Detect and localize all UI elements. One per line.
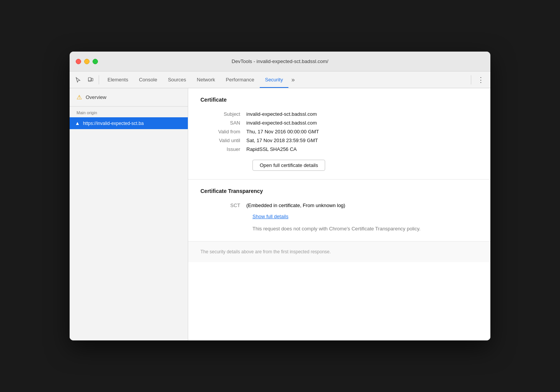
origin-url: https://invalid-expected-sct.ba	[83, 121, 144, 126]
certificate-section: Certificate Subject invalid-expected-sct…	[188, 88, 490, 180]
toolbar-end: ⋮	[469, 75, 487, 84]
field-value-issuer: RapidSSL SHA256 CA	[246, 145, 478, 154]
device-icon-button[interactable]	[85, 75, 96, 85]
field-value-subject: invalid-expected-sct.badssl.com	[246, 110, 478, 118]
certificate-table: Subject invalid-expected-sct.badssl.com …	[200, 110, 478, 154]
traffic-lights	[76, 59, 98, 64]
table-row: Issuer RapidSSL SHA256 CA	[200, 145, 478, 154]
origin-item[interactable]: ▲ https://invalid-expected-sct.ba	[70, 117, 188, 129]
table-row: Valid from Thu, 17 Nov 2016 00:00:00 GMT	[200, 127, 478, 136]
field-label-san: SAN	[200, 118, 246, 127]
window-title: DevTools - invalid-expected-sct.badssl.c…	[232, 58, 329, 64]
more-options-button[interactable]: ⋮	[474, 76, 487, 84]
main-origin-label: Main origin	[70, 107, 188, 117]
tab-sources[interactable]: Sources	[163, 71, 192, 88]
field-label-valid-from: Valid from	[200, 127, 246, 136]
table-row: Valid until Sat, 17 Nov 2018 23:59:59 GM…	[200, 136, 478, 145]
cursor-icon	[75, 77, 81, 83]
transparency-note: This request does not comply with Chrome…	[252, 225, 478, 233]
tab-console[interactable]: Console	[133, 71, 163, 88]
minimize-button[interactable]	[84, 59, 90, 64]
overview-label: Overview	[86, 94, 106, 100]
field-label-valid-until: Valid until	[200, 136, 246, 145]
sidebar: ⚠ Overview Main origin ▲ https://invalid…	[70, 88, 188, 340]
transparency-title: Certificate Transparency	[200, 188, 478, 194]
tab-security[interactable]: Security	[260, 71, 288, 88]
device-icon	[87, 77, 93, 83]
sct-label: SCT	[200, 201, 246, 210]
tab-elements[interactable]: Elements	[102, 71, 133, 88]
table-row: SCT (Embedded in certificate, From unkno…	[200, 201, 478, 210]
devtools-window: DevTools - invalid-expected-sct.badssl.c…	[70, 52, 490, 340]
table-row: SAN invalid-expected-sct.badssl.com	[200, 118, 478, 127]
tab-network[interactable]: Network	[192, 71, 221, 88]
overview-item[interactable]: ⚠ Overview	[70, 88, 188, 107]
table-row: Subject invalid-expected-sct.badssl.com	[200, 110, 478, 118]
field-value-valid-from: Thu, 17 Nov 2016 00:00:00 GMT	[246, 127, 478, 136]
warning-icon: ⚠	[77, 94, 82, 101]
certificate-title: Certificate	[200, 97, 478, 103]
transparency-table: SCT (Embedded in certificate, From unkno…	[200, 201, 478, 210]
origin-warning-icon: ▲	[75, 120, 80, 126]
sct-value: (Embedded in certificate, From unknown l…	[246, 201, 478, 210]
footer-note: The security details above are from the …	[200, 248, 478, 255]
cursor-icon-button[interactable]	[73, 75, 83, 85]
maximize-button[interactable]	[93, 59, 98, 64]
transparency-section: Certificate Transparency SCT (Embedded i…	[188, 180, 490, 241]
more-tabs-button[interactable]: »	[288, 76, 298, 83]
field-value-valid-until: Sat, 17 Nov 2018 23:59:59 GMT	[246, 136, 478, 145]
close-button[interactable]	[76, 59, 81, 64]
tab-performance[interactable]: Performance	[220, 71, 259, 88]
titlebar: DevTools - invalid-expected-sct.badssl.c…	[70, 52, 490, 71]
toolbar-divider	[99, 75, 99, 84]
show-full-details-link[interactable]: Show full details	[252, 214, 288, 219]
footer-section: The security details above are from the …	[188, 241, 490, 262]
field-label-subject: Subject	[200, 110, 246, 118]
field-label-issuer: Issuer	[200, 145, 246, 154]
toolbar-divider-2	[471, 75, 471, 84]
details-panel: Certificate Subject invalid-expected-sct…	[188, 88, 490, 340]
main-content: ⚠ Overview Main origin ▲ https://invalid…	[70, 88, 490, 340]
toolbar: Elements Console Sources Network Perform…	[70, 71, 490, 88]
field-value-san: invalid-expected-sct.badssl.com	[246, 118, 478, 127]
svg-rect-1	[91, 78, 93, 81]
open-certificate-details-button[interactable]: Open full certificate details	[252, 160, 325, 171]
tabs-container: Elements Console Sources Network Perform…	[102, 71, 468, 88]
show-full-details-row: Show full details	[252, 213, 478, 220]
